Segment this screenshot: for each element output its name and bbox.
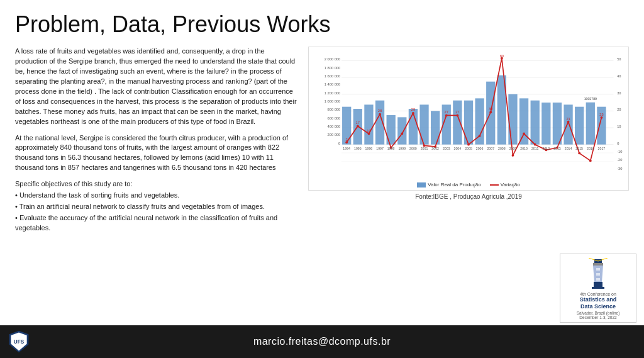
svg-text:UFS: UFS — [14, 339, 25, 345]
svg-text:1998: 1998 — [387, 147, 395, 150]
svg-text:1995: 1995 — [354, 147, 362, 150]
svg-text:800 000: 800 000 — [328, 108, 341, 111]
svg-text:2009: 2009 — [509, 147, 517, 150]
svg-text:2 000 000: 2 000 000 — [325, 57, 340, 61]
svg-text:50: 50 — [617, 57, 621, 61]
svg-text:1 000 000: 1 000 000 — [325, 99, 340, 103]
slide-title: Problem, Data, Previous Works — [15, 11, 629, 38]
svg-point-86 — [601, 116, 603, 119]
svg-point-72 — [445, 114, 448, 116]
svg-text:2014: 2014 — [565, 147, 572, 150]
legend-bar-label: Valor Real da Produção — [428, 182, 480, 187]
svg-rect-49 — [575, 107, 584, 145]
svg-rect-48 — [564, 104, 572, 144]
svg-point-83 — [567, 121, 570, 123]
svg-text:2008: 2008 — [498, 147, 506, 150]
svg-text:1996: 1996 — [365, 147, 373, 150]
svg-text:20: 20 — [617, 108, 621, 111]
svg-text:2: 2 — [346, 138, 348, 142]
content-area: A loss rate of fruits and vegetables was… — [15, 47, 629, 318]
svg-text:1003789: 1003789 — [584, 97, 597, 101]
svg-rect-50 — [586, 103, 595, 145]
svg-text:0: 0 — [338, 142, 340, 145]
conference-subtitle: Salvador, Brazil (online) December 1-3, … — [563, 311, 633, 320]
svg-rect-39 — [464, 101, 473, 145]
svg-text:400 000: 400 000 — [328, 125, 341, 128]
svg-text:1 800 000: 1 800 000 — [325, 66, 340, 70]
svg-text:2002: 2002 — [431, 147, 439, 150]
svg-rect-32 — [387, 115, 396, 145]
svg-text:2007: 2007 — [487, 147, 494, 150]
objective-3: • Evaluate the accuracy of the artificia… — [15, 213, 298, 233]
chart-container: 2 000 000 1 800 000 1 600 000 1 400 000 … — [308, 47, 629, 191]
svg-text:1999: 1999 — [398, 147, 406, 150]
tower-icon — [586, 258, 611, 289]
svg-rect-43 — [508, 94, 517, 145]
svg-text:29: 29 — [411, 108, 415, 111]
slide: Problem, Data, Previous Works A loss rat… — [0, 0, 644, 358]
legend-line-icon — [490, 184, 499, 186]
svg-rect-46 — [541, 103, 550, 145]
legend-line-label: Variação — [501, 182, 520, 187]
svg-point-78 — [512, 154, 514, 157]
svg-text:2013: 2013 — [553, 147, 561, 150]
svg-text:2010: 2010 — [520, 147, 528, 150]
svg-rect-36 — [431, 111, 440, 144]
objective-2: • Train an artificial neural network to … — [15, 202, 298, 212]
svg-text:2006: 2006 — [476, 147, 484, 150]
svg-point-69 — [412, 112, 414, 115]
objectives-section: Specific objectives of this study are to… — [15, 179, 298, 233]
svg-text:2003: 2003 — [443, 147, 450, 150]
svg-rect-47 — [553, 103, 562, 145]
svg-text:-30: -30 — [617, 167, 622, 171]
left-column: A loss rate of fruits and vegetables was… — [15, 47, 298, 318]
svg-rect-119 — [592, 287, 604, 289]
svg-point-76 — [489, 111, 492, 113]
svg-point-85 — [589, 159, 592, 162]
legend-bar-icon — [417, 182, 426, 187]
svg-text:0: 0 — [617, 142, 619, 145]
legend-line-item: Variação — [490, 182, 520, 187]
svg-rect-117 — [596, 273, 600, 276]
svg-point-65 — [368, 133, 370, 135]
svg-point-64 — [357, 125, 359, 128]
svg-rect-30 — [364, 104, 373, 144]
svg-text:1997: 1997 — [376, 147, 384, 150]
svg-text:10: 10 — [367, 129, 370, 133]
svg-text:2017: 2017 — [598, 147, 606, 150]
svg-point-80 — [534, 143, 536, 146]
svg-rect-44 — [519, 98, 528, 144]
svg-text:1 600 000: 1 600 000 — [325, 74, 340, 78]
svg-point-74 — [467, 143, 470, 146]
legend-bar-item: Valor Real da Produção — [417, 182, 480, 187]
svg-text:1 200 000: 1 200 000 — [325, 91, 340, 95]
svg-text:28: 28 — [378, 109, 382, 113]
svg-point-77 — [501, 57, 503, 60]
svg-point-63 — [345, 141, 348, 143]
svg-text:17: 17 — [356, 121, 360, 125]
svg-text:2004: 2004 — [454, 147, 462, 150]
svg-point-73 — [456, 114, 458, 116]
svg-text:10: 10 — [617, 125, 621, 128]
svg-text:27: 27 — [455, 110, 459, 114]
svg-text:21: 21 — [566, 117, 570, 121]
svg-text:25: 25 — [599, 113, 603, 116]
chart-legend: Valor Real da Produção Variação — [313, 182, 625, 187]
svg-rect-35 — [419, 104, 428, 144]
paragraph-2: At the national level, Sergipe is consid… — [15, 133, 298, 174]
svg-text:600 000: 600 000 — [328, 116, 341, 120]
conference-badge: 4th Conference on Statistics and Data Sc… — [560, 254, 636, 323]
svg-text:2015: 2015 — [575, 147, 583, 150]
svg-text:40: 40 — [617, 74, 621, 78]
svg-text:2012: 2012 — [543, 147, 550, 150]
svg-text:2005: 2005 — [465, 147, 472, 150]
objective-1: • Understand the task of sorting fruits … — [15, 191, 298, 201]
ufs-logo: UFS — [5, 328, 33, 355]
svg-rect-40 — [475, 98, 484, 144]
svg-point-84 — [578, 152, 580, 154]
svg-text:1994: 1994 — [343, 147, 350, 150]
svg-rect-118 — [596, 278, 600, 281]
svg-text:1 400 000: 1 400 000 — [325, 82, 340, 86]
svg-text:-10: -10 — [617, 150, 622, 154]
svg-text:27: 27 — [445, 110, 448, 114]
